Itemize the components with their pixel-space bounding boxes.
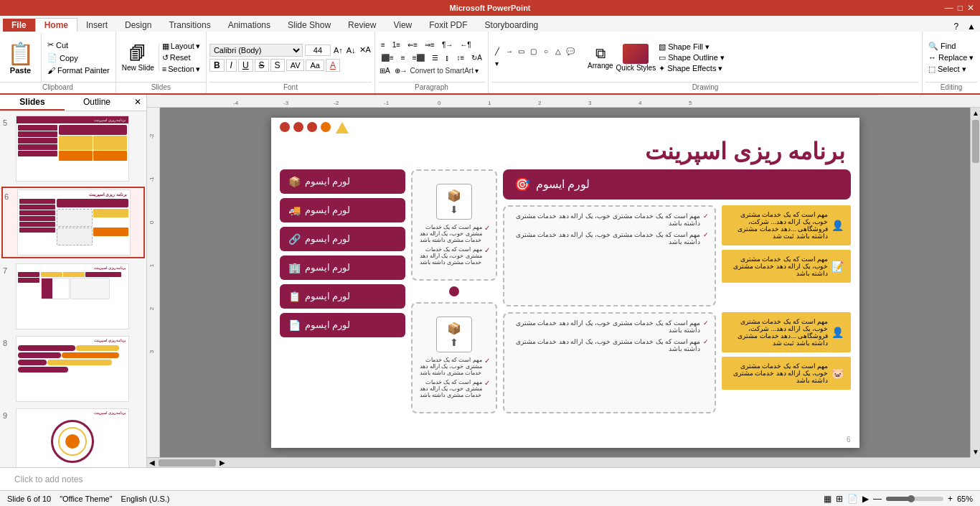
slide-title[interactable]: برنامه ریزی اسپرینت <box>271 135 859 169</box>
scrollbar-right-btn[interactable]: ▶ <box>217 459 227 467</box>
clear-format-btn[interactable]: ✕A <box>359 44 372 55</box>
vertical-scrollbar[interactable]: ▲ ▼ <box>970 108 980 457</box>
slide-main[interactable]: برنامه ریزی اسپرینت لورم ایسوم 📦 لورم ای… <box>271 118 859 448</box>
view-normal-btn[interactable]: ▦ <box>824 494 831 504</box>
numbered-list-btn[interactable]: 1≡ <box>390 39 403 50</box>
horizontal-scrollbar[interactable]: ◀ ▶ <box>147 457 970 467</box>
view-slide-sorter-btn[interactable]: ⊞ <box>836 494 843 504</box>
find-button[interactable]: 🔍Find <box>928 42 974 51</box>
close-btn[interactable]: ✕ <box>967 3 974 13</box>
font-color-btn[interactable]: A <box>326 59 340 72</box>
strikethrough-btn[interactable]: S <box>255 59 269 72</box>
action-btn-4[interactable]: لورم ایسوم 🏢 <box>280 256 405 280</box>
line-spacing-btn[interactable]: ↕≡ <box>453 52 467 63</box>
slide-thumb-9[interactable]: 9 برنامه ریزی اسپرینت <box>1 407 145 467</box>
char-spacing-btn[interactable]: AV <box>286 60 305 71</box>
circle-shape[interactable]: ○ <box>540 46 552 57</box>
reset-button[interactable]: ↺Reset <box>162 53 200 62</box>
scrollbar-down-btn[interactable]: ▼ <box>971 446 980 457</box>
help-icon[interactable]: ? <box>949 22 963 32</box>
format-painter-button[interactable]: 🖌Format Painter <box>46 65 111 75</box>
rect-shape[interactable]: ▭ <box>516 46 527 57</box>
scrollbar-h-thumb[interactable] <box>159 459 216 467</box>
font-name-select[interactable]: Calibri (Body) <box>209 44 303 57</box>
justify-btn[interactable]: ☰ <box>429 52 441 63</box>
panel-close-btn[interactable]: ✕ <box>129 95 146 111</box>
new-slide-button[interactable]: 🗐 New Slide <box>122 44 159 72</box>
yellow-arrow-card-1[interactable]: 👤 مهم است که یک خدمات مشتری خوب، یک ارال… <box>722 205 851 245</box>
italic-btn[interactable]: I <box>226 59 237 72</box>
select-button[interactable]: ⬚Select▾ <box>928 65 974 74</box>
scrollbar-thumb[interactable] <box>972 120 979 163</box>
action-btn-5[interactable]: لورم ایسوم 📋 <box>280 284 405 309</box>
tab-file[interactable]: File <box>3 19 35 32</box>
rounded-rect-shape[interactable]: ▢ <box>528 46 540 57</box>
list-btn[interactable]: ≡ <box>378 39 388 50</box>
triangle-shape[interactable]: △ <box>552 46 564 57</box>
tab-home[interactable]: Home <box>35 18 77 32</box>
increase-indent-btn[interactable]: ⇒≡ <box>422 39 438 50</box>
layout-button[interactable]: ▦Layout▾ <box>162 42 200 51</box>
tab-insert[interactable]: Insert <box>77 19 116 32</box>
tab-foxit[interactable]: Foxit PDF <box>420 19 476 32</box>
view-reading-btn[interactable]: 📄 <box>847 494 858 504</box>
yellow-arrow-card-3[interactable]: 👤 مهم است که یک خدمات مشتری خوب، یک ارال… <box>722 312 851 352</box>
action-btn-6[interactable]: لورم ایسوم 📄 <box>280 313 405 337</box>
slide-thumb-8[interactable]: 8 برنامه ریزی اسپرینت <box>1 334 145 403</box>
tab-review[interactable]: Review <box>339 19 385 32</box>
tab-storyboarding[interactable]: Storyboarding <box>476 19 547 32</box>
cut-button[interactable]: ✂Cut <box>46 39 111 50</box>
font-size-input[interactable] <box>305 44 331 56</box>
arrange-button[interactable]: ⧉ Arrange <box>588 45 613 70</box>
underline-btn[interactable]: U <box>238 59 253 72</box>
maximize-btn[interactable]: □ <box>958 3 963 13</box>
yellow-card-2[interactable]: 📝 مهم است که یک خدمات مشتری خوب، یک ارال… <box>722 250 851 283</box>
more-shapes-btn[interactable]: ▾ <box>491 58 503 70</box>
decrease-indent-btn[interactable]: ⇐≡ <box>405 39 420 50</box>
paste-button[interactable]: 📋 Paste <box>0 33 42 82</box>
font-increase-btn[interactable]: A↑ <box>333 45 344 55</box>
zoom-out-btn[interactable]: — <box>873 494 882 504</box>
tab-view[interactable]: View <box>385 19 420 32</box>
shape-fill-btn[interactable]: ▧Shape Fill▾ <box>659 42 725 52</box>
action-btn-1[interactable]: لورم ایسوم 📦 <box>280 169 405 194</box>
line-shape[interactable]: ╱ <box>491 46 503 57</box>
copy-button[interactable]: 📄Copy <box>46 52 111 63</box>
header-purple-box[interactable]: لورم ایسوم 🎯 <box>503 169 851 200</box>
replace-button[interactable]: ↔Replace▾ <box>928 53 974 62</box>
align-center-btn[interactable]: ≡ <box>398 52 408 63</box>
scrollbar-up-btn[interactable]: ▲ <box>971 108 980 118</box>
collapse-ribbon-icon[interactable]: ▲ <box>963 22 980 32</box>
quick-styles-button[interactable]: Quick Styles <box>616 44 656 72</box>
action-btn-3[interactable]: لورم ایسوم 🔗 <box>280 227 405 251</box>
shape-outline-btn[interactable]: ▭Shape Outline▾ <box>659 53 725 62</box>
align-right-btn[interactable]: ≡⬛ <box>410 52 428 63</box>
scrollbar-left-btn[interactable]: ◀ <box>147 459 157 467</box>
view-slideshow-btn[interactable]: ▶ <box>862 494 869 504</box>
slide-thumb-7[interactable]: 7 برنامه ریزی اسپرینت <box>1 262 145 331</box>
outline-tab[interactable]: Outline <box>65 95 129 111</box>
align-left-btn[interactable]: ⬛≡ <box>378 52 397 63</box>
shape-effects-btn[interactable]: ✦Shape Effects▾ <box>659 64 725 73</box>
slides-tab[interactable]: Slides <box>0 95 65 111</box>
font-decrease-btn[interactable]: A↓ <box>346 45 357 55</box>
ltr-btn[interactable]: ←¶ <box>457 39 473 50</box>
slide-thumb-5[interactable]: 5 برنامه ریزی اسپرینت <box>1 114 145 183</box>
tab-animations[interactable]: Animations <box>220 19 279 32</box>
notes-area[interactable]: Click to add notes <box>0 467 980 490</box>
slide-canvas[interactable]: برنامه ریزی اسپرینت لورم ایسوم 📦 لورم ای… <box>160 108 970 457</box>
arrow-shape[interactable]: → <box>504 46 515 57</box>
callout-shape[interactable]: 💬 <box>565 46 576 57</box>
convert-smartart-btn[interactable]: ⊕→ <box>393 65 409 76</box>
text-direction-btn[interactable]: ↻A <box>468 52 485 63</box>
zoom-in-btn[interactable]: + <box>948 494 953 504</box>
minimize-btn[interactable]: — <box>945 3 953 13</box>
bold-btn[interactable]: B <box>209 59 225 72</box>
shadow-btn[interactable]: S <box>270 59 285 72</box>
align-text-btn[interactable]: ⊞A <box>378 65 392 76</box>
change-case-btn[interactable]: Aa <box>306 60 324 71</box>
action-btn-2[interactable]: لورم ایسوم 🚚 <box>280 198 405 222</box>
tab-slideshow[interactable]: Slide Show <box>279 19 339 32</box>
tab-transitions[interactable]: Transitions <box>160 19 219 32</box>
section-button[interactable]: ≡Section▾ <box>162 65 200 74</box>
